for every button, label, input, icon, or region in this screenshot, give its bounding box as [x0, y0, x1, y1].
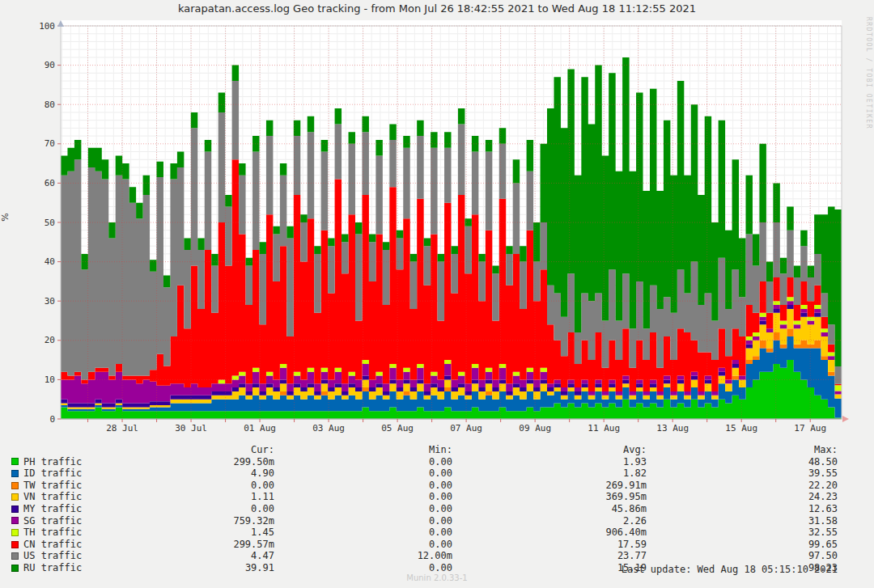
legend-row: ID traffic 4.90 0.00 1.82 39.55: [0, 467, 874, 480]
legend-max-value: 12.63: [647, 503, 838, 515]
y-tick-label: 90: [21, 60, 55, 70]
legend-max-value: 97.50: [647, 550, 838, 562]
legend-min-value: 0.00: [274, 515, 452, 527]
x-tick-label: 11 Aug: [579, 423, 628, 434]
legend-max-value: 48.50: [647, 456, 838, 468]
legend-label: ID traffic: [23, 467, 185, 480]
munin-graph-page: karapatan.access.log Geo tracking - from…: [0, 0, 874, 588]
y-tick-label: 20: [21, 335, 55, 345]
x-tick-label: 05 Aug: [373, 423, 422, 434]
x-tick-label: 17 Aug: [786, 423, 834, 434]
legend-min-value: 0.00: [274, 562, 452, 574]
legend-swatch: [11, 541, 19, 548]
graph-title: karapatan.access.log Geo tracking - from…: [0, 2, 874, 15]
legend-swatch: [11, 493, 19, 501]
y-tick-label: 100: [21, 21, 55, 32]
legend-rows: PH traffic 299.50m 0.00 1.93 48.50 ID tr…: [0, 456, 874, 574]
y-axis-unit-label: %: [0, 197, 11, 239]
legend-avg-value: 1.93: [452, 456, 647, 468]
legend-label: MY traffic: [23, 503, 185, 515]
legend-header-row: Cur: Min: Avg: Max:: [0, 444, 874, 456]
y-tick-label: 30: [21, 296, 55, 307]
munin-version: Munin 2.0.33-1: [0, 573, 874, 582]
legend-swatch: [11, 482, 19, 489]
legend-max-value: 99.65: [647, 539, 838, 551]
legend-label: TW traffic: [23, 480, 185, 492]
legend-max-value: 39.55: [647, 467, 838, 480]
legend-avg-value: 45.86m: [452, 503, 647, 515]
x-tick-label: 13 Aug: [648, 423, 697, 434]
legend-cur-value: 1.11: [185, 491, 274, 503]
legend-cur-value: 0.00: [185, 503, 274, 515]
legend-table: Cur: Min: Avg: Max: PH traffic 299.50m 0…: [0, 444, 874, 574]
legend-min-value: 0.00: [274, 480, 452, 492]
legend-col-min: Min:: [274, 444, 452, 456]
legend-col-max: Max:: [647, 444, 838, 456]
x-axis-arrow-icon: [842, 416, 849, 422]
legend-label: SG traffic: [23, 515, 185, 527]
legend-row: US traffic 4.47 12.00m 23.77 97.50: [0, 550, 874, 562]
legend-row: MY traffic 0.00 0.00 45.86m 12.63: [0, 503, 874, 515]
legend-label: TH traffic: [23, 527, 185, 539]
legend-cur-value: 299.50m: [185, 456, 274, 468]
legend-min-value: 0.00: [274, 491, 452, 503]
legend-swatch: [11, 565, 19, 572]
legend-max-value: 31.58: [647, 515, 838, 527]
legend-label: VN traffic: [23, 491, 185, 503]
legend-max-value: 24.23: [647, 491, 838, 503]
legend-min-value: 0.00: [274, 503, 452, 515]
legend-cur-value: 1.45: [185, 527, 274, 539]
rrdtool-watermark: RRDTOOL / TOBI OETIKER: [865, 17, 872, 129]
legend-swatch: [11, 552, 19, 560]
legend-row: PH traffic 299.50m 0.00 1.93 48.50: [0, 456, 874, 468]
legend-swatch: [11, 517, 19, 524]
x-tick-label: 01 Aug: [235, 423, 284, 434]
legend-swatch: [11, 470, 19, 477]
legend-avg-value: 1.82: [452, 467, 647, 480]
legend-label: CN traffic: [23, 539, 185, 551]
x-tick-label: 03 Aug: [304, 423, 353, 434]
legend-avg-value: 906.40m: [452, 527, 647, 539]
geo-traffic-chart: [57, 20, 850, 425]
legend-cur-value: 4.90: [185, 467, 274, 480]
legend-avg-value: 23.77: [452, 550, 647, 562]
legend-swatch: [11, 458, 19, 465]
y-tick-label: 60: [21, 178, 55, 188]
legend-cur-value: 4.47: [185, 550, 274, 562]
legend-avg-value: 269.91m: [452, 480, 647, 492]
legend-min-value: 0.00: [274, 539, 452, 551]
legend-cur-value: 0.00: [185, 480, 274, 492]
y-tick-label: 80: [21, 99, 55, 110]
legend-min-value: 12.00m: [274, 550, 452, 562]
x-tick-label: 15 Aug: [717, 423, 766, 434]
legend-cur-value: 39.91: [185, 562, 274, 574]
legend-row: SG traffic 759.32m 0.00 2.26 31.58: [0, 515, 874, 527]
x-tick-label: 09 Aug: [511, 423, 559, 434]
legend-cur-value: 759.32m: [185, 515, 274, 527]
legend-label: RU traffic: [23, 562, 185, 574]
legend-min-value: 0.00: [274, 456, 452, 468]
y-tick-label: 50: [21, 218, 55, 228]
legend-avg-value: 15.19: [452, 562, 647, 574]
legend-col-cur: Cur:: [185, 444, 274, 456]
legend-max-value: 22.20: [647, 480, 838, 492]
y-tick-label: 40: [21, 256, 55, 267]
legend-max-value: 32.55: [647, 527, 838, 539]
legend-cur-value: 299.57m: [185, 539, 274, 551]
legend-min-value: 0.00: [274, 467, 452, 480]
x-tick-label: 30 Jul: [167, 423, 215, 434]
x-tick-label: 07 Aug: [442, 423, 490, 434]
legend-avg-value: 17.59: [452, 539, 647, 551]
x-tick-label: 28 Jul: [98, 423, 146, 434]
legend-swatch: [11, 529, 19, 536]
legend-label: US traffic: [23, 550, 185, 562]
y-tick-label: 70: [21, 138, 55, 149]
legend-avg-value: 2.26: [452, 515, 647, 527]
y-tick-label: 0: [21, 414, 55, 425]
legend-row: TW traffic 0.00 0.00 269.91m 22.20: [0, 480, 874, 492]
legend-avg-value: 369.95m: [452, 491, 647, 503]
legend-row: VN traffic 1.11 0.00 369.95m 24.23: [0, 491, 874, 503]
legend-row: CN traffic 299.57m 0.00 17.59 99.65: [0, 539, 874, 551]
legend-row: TH traffic 1.45 0.00 906.40m 32.55: [0, 527, 874, 539]
legend-col-avg: Avg:: [452, 444, 647, 456]
